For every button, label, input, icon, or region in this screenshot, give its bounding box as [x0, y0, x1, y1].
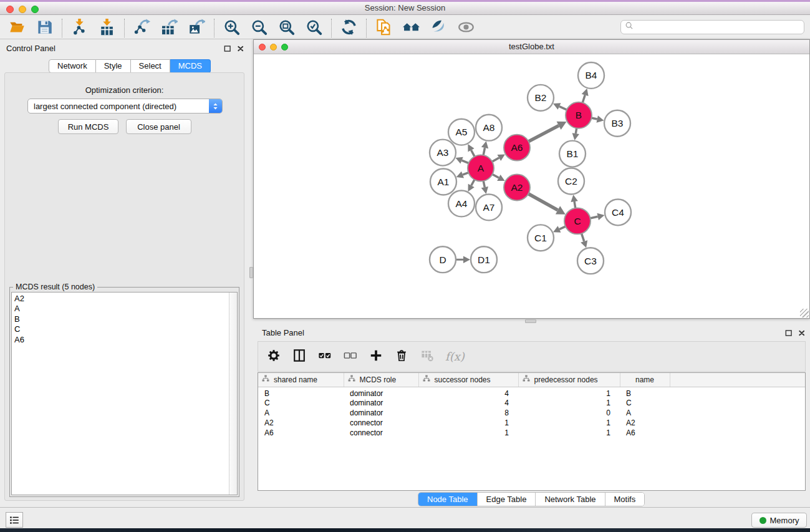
graph-node-B1[interactable]: B1: [559, 141, 586, 167]
table-cell[interactable]: 1: [518, 398, 620, 408]
tab-select[interactable]: Select: [131, 59, 170, 73]
scrollbar[interactable]: [229, 293, 237, 495]
column-header-shared-name[interactable]: shared name: [258, 373, 344, 387]
column-header-predecessor-nodes[interactable]: predecessor nodes: [518, 373, 620, 387]
graph-node-B4[interactable]: B4: [578, 62, 604, 89]
vertical-split-handle[interactable]: [249, 267, 253, 278]
close-panel-icon[interactable]: [236, 44, 245, 53]
table-cell[interactable]: dominator: [344, 387, 418, 398]
tab-edge-table[interactable]: Edge Table: [477, 493, 536, 506]
table-cell[interactable]: A2: [620, 418, 670, 428]
column-header-MCDS-role[interactable]: MCDS role: [344, 373, 418, 387]
run-mcds-button[interactable]: Run MCDS: [58, 119, 118, 134]
table-cell[interactable]: 1: [418, 428, 518, 438]
table-settings-button[interactable]: [266, 349, 281, 364]
new-network-from-selection-button[interactable]: [375, 19, 393, 37]
graph-node-A7[interactable]: A7: [476, 194, 502, 220]
graph-node-C1[interactable]: C1: [528, 225, 554, 251]
graph-node-A3[interactable]: A3: [430, 140, 456, 166]
zoom-window-button[interactable]: [31, 6, 39, 13]
search-field[interactable]: [620, 20, 804, 34]
mcds-result-item[interactable]: A: [14, 304, 237, 314]
table-row[interactable]: A6connector11A6: [258, 428, 805, 438]
table-cell[interactable]: C: [258, 398, 344, 408]
graph-node-A1[interactable]: A1: [430, 169, 456, 195]
import-table-button[interactable]: [98, 19, 116, 37]
table-cell[interactable]: 4: [418, 387, 518, 398]
graph-node-A6[interactable]: A6: [504, 135, 530, 161]
show-column-panel-button[interactable]: [292, 349, 307, 364]
column-header-name[interactable]: name: [620, 373, 670, 387]
close-panel-button[interactable]: Close panel: [126, 119, 191, 134]
mcds-result-item[interactable]: A6: [14, 335, 237, 345]
network-window-titlebar[interactable]: testGlobe.txt: [254, 40, 809, 54]
graph-node-B2[interactable]: B2: [528, 85, 554, 111]
export-table-button[interactable]: [160, 19, 178, 37]
tab-style[interactable]: Style: [96, 59, 131, 73]
graph-node-D1[interactable]: D1: [471, 246, 497, 273]
table-cell[interactable]: dominator: [344, 408, 418, 418]
float-panel-icon[interactable]: [784, 329, 793, 337]
zoom-in-button[interactable]: [223, 19, 241, 37]
table-cell[interactable]: 1: [518, 428, 620, 438]
table-cell[interactable]: dominator: [344, 398, 418, 408]
mcds-result-item[interactable]: C: [14, 324, 237, 334]
network-canvas[interactable]: B4B2BB3A5A8A6A3B1AC2A1A2A4A7C4CC1C3DD1: [254, 54, 809, 318]
table-cell[interactable]: A: [620, 408, 670, 418]
apply-preferred-layout-button[interactable]: [340, 19, 358, 37]
zoom-out-button[interactable]: [250, 19, 268, 37]
zoom-fit-button[interactable]: [277, 19, 296, 37]
graph-node-C4[interactable]: C4: [605, 199, 631, 225]
unselect-all-columns-button[interactable]: [343, 349, 358, 364]
import-network-button[interactable]: [70, 19, 89, 37]
export-network-button[interactable]: [133, 19, 151, 37]
table-row[interactable]: A2connector11A2: [258, 418, 805, 428]
optimization-criterion-select[interactable]: largest connected component (directed): [27, 99, 223, 114]
minimize-window-button[interactable]: [19, 6, 26, 13]
open-file-button[interactable]: [8, 19, 26, 37]
memory-button[interactable]: Memory: [751, 513, 807, 528]
table-cell[interactable]: B: [620, 387, 670, 398]
delete-columns-button[interactable]: [394, 349, 409, 364]
table-cell[interactable]: C: [620, 398, 670, 408]
search-input[interactable]: [635, 21, 804, 33]
table-cell[interactable]: 4: [418, 398, 518, 408]
float-panel-icon[interactable]: [223, 44, 232, 53]
hide-selected-button[interactable]: [430, 19, 448, 37]
tab-network[interactable]: Network: [49, 59, 96, 73]
graph-node-B3[interactable]: B3: [604, 110, 630, 137]
table-cell[interactable]: 0: [518, 408, 620, 418]
graph-node-C[interactable]: C: [564, 208, 591, 234]
select-all-columns-button[interactable]: [317, 349, 332, 364]
table-cell[interactable]: 1: [518, 387, 620, 398]
table-cell[interactable]: A6: [620, 428, 670, 438]
graph-node-C2[interactable]: C2: [558, 168, 584, 195]
table-cell[interactable]: A6: [258, 428, 344, 438]
graph-node-A2[interactable]: A2: [504, 175, 530, 201]
graph-node-A[interactable]: A: [468, 155, 494, 181]
table-cell[interactable]: 1: [418, 418, 518, 428]
table-row[interactable]: Adominator80A: [258, 408, 805, 418]
mcds-result-item[interactable]: A2: [14, 294, 237, 304]
graph-node-A8[interactable]: A8: [476, 115, 502, 141]
table-cell[interactable]: A2: [258, 418, 344, 428]
table-cell[interactable]: connector: [344, 418, 418, 428]
column-header-successor-nodes[interactable]: successor nodes: [418, 373, 518, 387]
table-cell[interactable]: 8: [418, 408, 518, 418]
table-row[interactable]: Bdominator41B: [258, 387, 805, 398]
mcds-result-item[interactable]: B: [14, 314, 237, 324]
network-zoom-button[interactable]: [281, 44, 288, 51]
tab-network-table[interactable]: Network Table: [535, 493, 604, 506]
network-close-button[interactable]: [259, 44, 266, 51]
create-column-button[interactable]: [369, 349, 383, 364]
network-minimize-button[interactable]: [270, 44, 277, 51]
close-panel-icon[interactable]: [798, 329, 806, 337]
show-all-button[interactable]: [457, 19, 475, 37]
tab-motifs[interactable]: Motifs: [605, 493, 645, 506]
first-neighbors-button[interactable]: [402, 19, 420, 37]
graph-node-A4[interactable]: A4: [448, 190, 475, 216]
task-history-button[interactable]: [6, 512, 23, 528]
zoom-selected-button[interactable]: [305, 19, 323, 37]
graph-node-B[interactable]: B: [566, 102, 592, 128]
mcds-result-list[interactable]: A2ABCA6: [11, 292, 238, 495]
